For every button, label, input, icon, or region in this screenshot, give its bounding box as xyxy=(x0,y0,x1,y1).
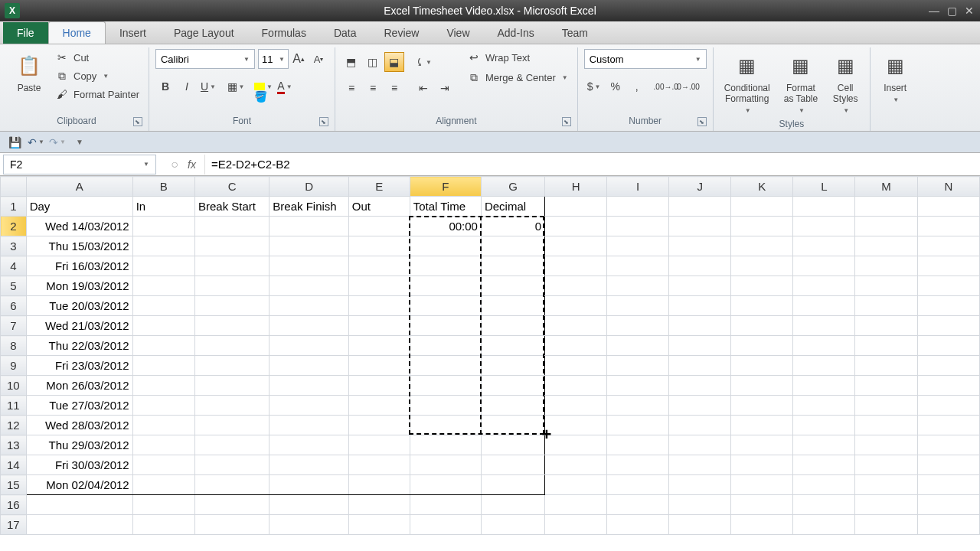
cell-H8[interactable] xyxy=(545,336,607,356)
cell-M2[interactable] xyxy=(855,217,917,236)
cell-styles-button[interactable]: ▦Cell Styles▼ xyxy=(827,49,864,117)
cell-B3[interactable] xyxy=(132,236,194,256)
cell-K10[interactable] xyxy=(731,376,793,396)
cell-G7[interactable] xyxy=(481,316,544,336)
cell-K5[interactable] xyxy=(731,276,793,296)
cell-F14[interactable] xyxy=(410,455,481,475)
row-header-7[interactable]: 7 xyxy=(1,316,27,336)
col-header-L[interactable]: L xyxy=(793,177,855,197)
percent-button[interactable]: % xyxy=(606,77,626,96)
launcher-icon[interactable]: ⬊ xyxy=(697,117,707,126)
cell-C12[interactable] xyxy=(194,416,269,435)
cell-K17[interactable] xyxy=(731,515,793,535)
cell-I11[interactable] xyxy=(607,396,669,416)
cell-A7[interactable]: Wed 21/03/2012 xyxy=(26,316,132,336)
cell-C8[interactable] xyxy=(194,336,269,356)
cell-K8[interactable] xyxy=(731,336,793,356)
cell-D12[interactable] xyxy=(270,416,348,435)
cell-F17[interactable] xyxy=(410,515,481,535)
bold-button[interactable]: B xyxy=(155,77,175,96)
cell-F13[interactable] xyxy=(410,435,481,455)
cell-F11[interactable] xyxy=(410,396,481,416)
cell-E14[interactable] xyxy=(348,455,410,475)
row-header-12[interactable]: 12 xyxy=(1,416,27,435)
align-top-button[interactable]: ⬒ xyxy=(341,52,361,72)
cell-G12[interactable] xyxy=(481,416,544,435)
insert-button[interactable]: ▦Insert▼ xyxy=(877,49,913,106)
cell-B17[interactable] xyxy=(132,515,194,535)
cell-B13[interactable] xyxy=(132,435,194,455)
cell-E17[interactable] xyxy=(348,515,410,535)
cell-G4[interactable] xyxy=(481,256,544,276)
cell-E13[interactable] xyxy=(348,435,410,455)
cell-N2[interactable] xyxy=(917,217,979,236)
cell-H15[interactable] xyxy=(545,475,607,495)
cell-G10[interactable] xyxy=(481,376,544,396)
cell-H11[interactable] xyxy=(545,396,607,416)
cell-A2[interactable]: Wed 14/03/2012 xyxy=(26,217,132,236)
cell-H17[interactable] xyxy=(545,515,607,535)
col-header-F[interactable]: F xyxy=(410,177,481,197)
cell-G13[interactable] xyxy=(481,435,544,455)
cell-N10[interactable] xyxy=(917,376,979,396)
cell-F3[interactable] xyxy=(410,236,481,256)
cell-E2[interactable] xyxy=(348,217,410,236)
cell-A4[interactable]: Fri 16/03/2012 xyxy=(26,256,132,276)
undo-button[interactable]: ↶▼ xyxy=(28,134,44,151)
tab-addins[interactable]: Add-Ins xyxy=(484,22,548,44)
cell-D10[interactable] xyxy=(270,376,348,396)
launcher-icon[interactable]: ⬊ xyxy=(133,117,142,126)
col-header-N[interactable]: N xyxy=(917,177,979,197)
tab-team[interactable]: Team xyxy=(548,22,602,44)
cell-L4[interactable] xyxy=(793,256,855,276)
cell-C4[interactable] xyxy=(194,256,269,276)
cell-D7[interactable] xyxy=(270,316,348,336)
cell-B8[interactable] xyxy=(132,336,194,356)
cell-A12[interactable]: Wed 28/03/2012 xyxy=(26,416,132,435)
minimize-icon[interactable]: — xyxy=(929,5,939,17)
cell-H2[interactable] xyxy=(545,217,607,236)
cell-C17[interactable] xyxy=(194,515,269,535)
number-format-dropdown[interactable]: Custom▼ xyxy=(584,49,707,69)
cell-L2[interactable] xyxy=(793,217,855,236)
cell-N13[interactable] xyxy=(917,435,979,455)
col-header-C[interactable]: C xyxy=(194,177,269,197)
font-size-dropdown[interactable]: 11▼ xyxy=(258,49,289,69)
cell-C5[interactable] xyxy=(194,276,269,296)
cell-M4[interactable] xyxy=(855,256,917,276)
launcher-icon[interactable]: ⬊ xyxy=(319,117,328,126)
cell-M12[interactable] xyxy=(855,416,917,435)
cell-I4[interactable] xyxy=(607,256,669,276)
cell-J5[interactable] xyxy=(669,276,731,296)
font-name-dropdown[interactable]: Calibri▼ xyxy=(155,49,255,69)
cut-button[interactable]: ✂Cut xyxy=(52,49,142,66)
cell-L5[interactable] xyxy=(793,276,855,296)
cell-L1[interactable] xyxy=(793,197,855,217)
cell-E8[interactable] xyxy=(348,336,410,356)
cell-A6[interactable]: Tue 20/03/2012 xyxy=(26,296,132,316)
cell-K1[interactable] xyxy=(731,197,793,217)
cell-G16[interactable] xyxy=(481,495,544,515)
cell-J6[interactable] xyxy=(669,296,731,316)
cell-M14[interactable] xyxy=(855,455,917,475)
cell-M10[interactable] xyxy=(855,376,917,396)
conditional-formatting-button[interactable]: ▦Conditional Formatting▼ xyxy=(720,49,775,117)
cell-H9[interactable] xyxy=(545,356,607,376)
align-center-button[interactable]: ≡ xyxy=(363,78,383,98)
decrease-indent-button[interactable]: ⇤ xyxy=(413,78,433,98)
cancel-icon[interactable]: ○ xyxy=(165,158,184,171)
border-button[interactable]: ▦▼ xyxy=(226,77,246,96)
cell-N5[interactable] xyxy=(917,276,979,296)
cell-A9[interactable]: Fri 23/03/2012 xyxy=(26,356,132,376)
row-header-10[interactable]: 10 xyxy=(1,376,27,396)
cell-I7[interactable] xyxy=(607,316,669,336)
maximize-icon[interactable]: ▢ xyxy=(947,5,957,17)
cell-H13[interactable] xyxy=(545,435,607,455)
cell-K12[interactable] xyxy=(731,416,793,435)
merge-center-button[interactable]: ⧉Merge & Center▼ xyxy=(464,69,571,86)
launcher-icon[interactable]: ⬊ xyxy=(562,117,571,126)
underline-button[interactable]: U▼ xyxy=(198,77,218,96)
save-button[interactable]: 💾 xyxy=(6,134,23,151)
cell-K7[interactable] xyxy=(731,316,793,336)
cell-F5[interactable] xyxy=(410,276,481,296)
